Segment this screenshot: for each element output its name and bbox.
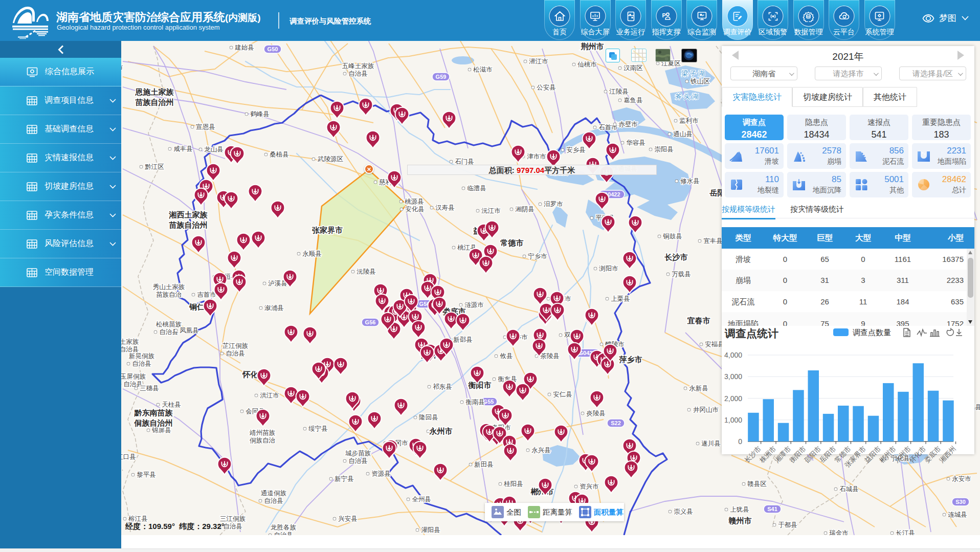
svg-text:永顺县: 永顺县 bbox=[302, 250, 322, 257]
svg-text:新宁县: 新宁县 bbox=[335, 475, 354, 482]
svg-text:津市市: 津市市 bbox=[527, 153, 546, 160]
svg-text:宣恩县: 宣恩县 bbox=[196, 123, 215, 130]
svg-text:公安县: 公安县 bbox=[537, 84, 556, 91]
svg-text:秀山土家族: 秀山土家族 bbox=[153, 283, 185, 291]
svg-text:S22: S22 bbox=[611, 420, 621, 426]
svg-text:浏阳市: 浏阳市 bbox=[598, 265, 618, 272]
svg-text:天柱县: 天柱县 bbox=[162, 401, 181, 408]
svg-text:修水县: 修水县 bbox=[680, 178, 700, 185]
svg-text:永安市: 永安市 bbox=[952, 475, 971, 482]
svg-text:万载县: 万载县 bbox=[672, 271, 691, 278]
svg-text:0: 0 bbox=[738, 437, 742, 446]
svg-text:苗族自治州: 苗族自治州 bbox=[169, 220, 208, 229]
svg-text:龙山县: 龙山县 bbox=[204, 146, 224, 153]
svg-text:安乡县: 安乡县 bbox=[566, 146, 586, 153]
svg-text:上栗县: 上栗县 bbox=[611, 295, 630, 302]
svg-text:绥宁县: 绥宁县 bbox=[308, 425, 328, 432]
svg-text:G56: G56 bbox=[365, 319, 376, 325]
svg-text:桂阳县: 桂阳县 bbox=[503, 480, 523, 488]
svg-text:江陵县: 江陵县 bbox=[609, 88, 629, 95]
svg-text:崇阳县: 崇阳县 bbox=[654, 146, 674, 153]
svg-text:遂川县: 遂川县 bbox=[701, 440, 721, 447]
svg-text:城步苗族: 城步苗族 bbox=[345, 450, 371, 457]
svg-text:恩施土家族: 恩施土家族 bbox=[135, 87, 174, 96]
svg-text:衡南县: 衡南县 bbox=[465, 399, 485, 406]
svg-text:石门县: 石门县 bbox=[455, 158, 474, 165]
svg-text:荆州市: 荆州市 bbox=[581, 42, 604, 51]
svg-text:靖州苗族: 靖州苗族 bbox=[249, 429, 276, 436]
svg-text:萍乡市: 萍乡市 bbox=[619, 355, 642, 364]
svg-text:石城县: 石城县 bbox=[839, 485, 859, 493]
svg-text:桃源县: 桃源县 bbox=[405, 198, 424, 205]
svg-text:汉南区: 汉南区 bbox=[623, 64, 643, 72]
svg-text:安化县: 安化县 bbox=[405, 206, 425, 213]
svg-text:自治县: 自治县 bbox=[274, 532, 293, 535]
svg-text:炎陵县: 炎陵县 bbox=[586, 410, 606, 417]
svg-text:衡阳市: 衡阳市 bbox=[468, 381, 492, 389]
svg-text:侗族自治州: 侗族自治州 bbox=[134, 418, 173, 427]
svg-text:吉首市: 吉首市 bbox=[197, 291, 216, 298]
svg-text:张家界市: 张家界市 bbox=[312, 226, 343, 234]
svg-text:武陵源区: 武陵源区 bbox=[317, 156, 344, 163]
svg-text:铜仁: 铜仁 bbox=[189, 302, 205, 311]
svg-text:松滋市: 松滋市 bbox=[473, 66, 493, 73]
svg-text:黔江区: 黔江区 bbox=[145, 163, 164, 170]
svg-text:沅陵县: 沅陵县 bbox=[357, 268, 376, 275]
svg-text:新晃侗族: 新晃侗族 bbox=[129, 352, 155, 360]
svg-text:祁东县: 祁东县 bbox=[433, 383, 452, 390]
svg-text:3,000: 3,000 bbox=[724, 372, 742, 381]
svg-text:新邵县: 新邵县 bbox=[453, 336, 473, 343]
svg-text:赤壁市: 赤壁市 bbox=[618, 121, 638, 128]
svg-text:P: P bbox=[662, 12, 666, 18]
svg-text:G59: G59 bbox=[436, 74, 447, 80]
svg-text:松桃苗族: 松桃苗族 bbox=[156, 321, 182, 328]
svg-text:玉屏侗族: 玉屏侗族 bbox=[120, 373, 146, 380]
svg-text:常德市: 常德市 bbox=[500, 238, 524, 247]
svg-text:隆回县: 隆回县 bbox=[419, 414, 438, 421]
svg-text:三穗县: 三穗县 bbox=[140, 385, 159, 392]
svg-text:自治县: 自治县 bbox=[132, 360, 151, 367]
svg-text:宁乡市: 宁乡市 bbox=[528, 253, 547, 260]
svg-text:灌阳县: 灌阳县 bbox=[421, 526, 440, 534]
svg-text:湘西土家族: 湘西土家族 bbox=[169, 210, 208, 219]
svg-text:榕江县: 榕江县 bbox=[128, 515, 148, 522]
svg-text:建始县: 建始县 bbox=[234, 44, 254, 51]
svg-text:鹤峰县: 鹤峰县 bbox=[250, 111, 270, 118]
svg-text:永新县: 永新县 bbox=[689, 385, 708, 392]
svg-text:自治县: 自治县 bbox=[226, 350, 245, 357]
svg-text:赣州市: 赣州市 bbox=[728, 516, 752, 525]
svg-text:潜江市: 潜江市 bbox=[529, 58, 548, 65]
svg-text:仙桃市: 仙桃市 bbox=[577, 61, 597, 68]
svg-text:井冈山市: 井冈山市 bbox=[693, 406, 719, 413]
svg-text:上犹县: 上犹县 bbox=[730, 506, 749, 513]
svg-text:湘阴县: 湘阴县 bbox=[515, 206, 534, 213]
svg-text:永兴县: 永兴县 bbox=[531, 447, 551, 454]
svg-text:苗族自治: 苗族自治 bbox=[156, 291, 182, 298]
svg-text:铁山区: 铁山区 bbox=[690, 78, 710, 85]
svg-text:沅江市: 沅江市 bbox=[481, 207, 501, 214]
svg-text:自治县: 自治县 bbox=[348, 457, 368, 465]
svg-text:S30: S30 bbox=[955, 499, 966, 505]
svg-text:G50: G50 bbox=[268, 46, 278, 52]
svg-text:龙胜各族: 龙胜各族 bbox=[271, 524, 297, 531]
svg-text:崇义县: 崇义县 bbox=[674, 508, 693, 515]
svg-text:华容县: 华容县 bbox=[626, 139, 645, 146]
svg-text:芷江侗族: 芷江侗族 bbox=[222, 342, 249, 349]
svg-text:通道侗族: 通道侗族 bbox=[261, 490, 287, 497]
svg-text:4,000: 4,000 bbox=[724, 351, 742, 359]
svg-text:自治县: 自治县 bbox=[348, 70, 368, 77]
svg-text:赣县区: 赣县区 bbox=[747, 480, 767, 488]
svg-text:铜鼓县: 铜鼓县 bbox=[662, 233, 682, 240]
svg-text:于都县: 于都县 bbox=[778, 521, 797, 528]
svg-text:连城县: 连城县 bbox=[948, 511, 967, 518]
svg-text:1,000: 1,000 bbox=[724, 416, 742, 424]
svg-text:汉寿县: 汉寿县 bbox=[435, 204, 455, 211]
svg-text:黎平县: 黎平县 bbox=[137, 471, 156, 478]
svg-text:资源县: 资源县 bbox=[371, 470, 391, 477]
svg-text:嘉鱼县: 嘉鱼县 bbox=[623, 97, 643, 104]
svg-text:2,000: 2,000 bbox=[724, 394, 742, 403]
svg-text:洪江市: 洪江市 bbox=[260, 392, 279, 399]
svg-text:溆浦县: 溆浦县 bbox=[264, 304, 284, 312]
svg-text:兴安县: 兴安县 bbox=[338, 515, 358, 522]
svg-text:五峰土家族: 五峰土家族 bbox=[342, 62, 374, 70]
